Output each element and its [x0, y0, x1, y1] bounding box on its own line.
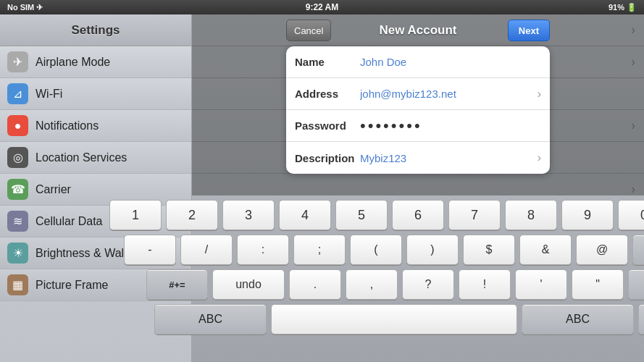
key-question[interactable]: ? [402, 269, 454, 300]
key-semicolon[interactable]: ; [293, 235, 346, 265]
password-label: Password [295, 119, 360, 132]
name-label: Name [295, 56, 360, 68]
key-0[interactable]: 0 [618, 200, 644, 230]
sidebar-item-label-carrier: Carrier [35, 183, 184, 196]
modal-title: New Account [379, 23, 456, 38]
keyboard: 1 2 3 4 5 6 7 8 9 0 ⌫ - / : ; [192, 195, 644, 342]
notifications-icon: ● [7, 115, 28, 136]
address-label: Address [295, 88, 360, 100]
key-hashplus-right[interactable]: #+= [628, 269, 644, 300]
keyboard-area: 1 2 3 4 5 6 7 8 9 0 ⌫ - / : ; [192, 195, 644, 362]
picture-frame-icon: ▦ [7, 274, 28, 295]
key-hashplus-left[interactable]: #+= [146, 269, 208, 300]
key-at[interactable]: @ [576, 235, 628, 265]
sidebar-item-airplane-mode[interactable]: ✈Airplane Mode [0, 46, 191, 78]
key-abc-right[interactable]: ABC [522, 304, 634, 334]
airplane-mode-icon: ✈ [7, 51, 28, 72]
key-slash[interactable]: / [180, 235, 233, 265]
key-dollar[interactable]: $ [463, 235, 515, 265]
sidebar-header: Settings [0, 14, 191, 46]
carrier-label: No SIM ✈ [7, 3, 43, 12]
sidebar-title: Settings [71, 23, 120, 38]
key-6[interactable]: 6 [392, 200, 444, 230]
description-input[interactable] [360, 152, 532, 164]
sidebar-item-cellular-data[interactable]: ≋Cellular Data [0, 206, 191, 237]
form-card: Name Address › Password [286, 46, 550, 174]
space-key[interactable] [271, 304, 517, 334]
cancel-button[interactable]: Cancel [286, 20, 331, 41]
key-comma[interactable]: , [346, 269, 398, 300]
key-apostrophe[interactable]: ' [515, 269, 567, 300]
sidebar-item-label-airplane-mode: Airplane Mode [35, 56, 184, 69]
key-3[interactable]: 3 [222, 200, 275, 230]
carrier-icon: ☎ [7, 179, 28, 200]
key-period[interactable]: . [289, 269, 341, 300]
keyboard-row-symbols: - / : ; ( ) $ & @ return [195, 235, 641, 265]
status-time: 9:22 AM [306, 2, 339, 12]
description-label: Description [295, 152, 360, 164]
cellular-data-icon: ≋ [7, 211, 28, 232]
sidebar-item-carrier[interactable]: ☎Carrier [0, 174, 191, 206]
wifi-icon: ⊿ [7, 83, 28, 104]
return-key[interactable]: return [632, 235, 644, 265]
key-8[interactable]: 8 [505, 200, 557, 230]
address-input[interactable] [360, 88, 532, 100]
keyboard-row-bottom: ABC ABC ⌨ [195, 304, 641, 334]
key-colon[interactable]: : [237, 235, 289, 265]
sidebar-item-label-notifications: Notifications [35, 119, 184, 132]
keyboard-row-numbers: 1 2 3 4 5 6 7 8 9 0 ⌫ [195, 200, 641, 230]
key-9[interactable]: 9 [561, 200, 614, 230]
main-content: Settings ✈Airplane Mode⊿Wi-Fi●Notificati… [0, 14, 644, 362]
location-services-icon: ◎ [7, 147, 28, 168]
key-undo[interactable]: undo [212, 269, 285, 300]
address-field-row: Address › [286, 78, 550, 110]
next-button[interactable]: Next [508, 20, 550, 41]
name-field-row: Name [286, 46, 550, 78]
brightness-wallpaper-icon: ☀ [7, 243, 28, 264]
modal-dialog: Cancel New Account Next Name Address [280, 14, 556, 174]
key-quote[interactable]: " [572, 269, 624, 300]
sidebar-item-label-wifi: Wi-Fi [35, 88, 184, 101]
description-field-row: Description › [286, 142, 550, 174]
key-dash[interactable]: - [124, 235, 176, 265]
keyboard-row-more: #+= undo . , ? ! ' " #+= [195, 269, 641, 300]
password-input[interactable] [360, 117, 550, 135]
keyboard-icon-key[interactable]: ⌨ [638, 304, 644, 334]
key-2[interactable]: 2 [166, 200, 218, 230]
key-abc-left[interactable]: ABC [154, 304, 267, 334]
sidebar-item-location-services[interactable]: ◎Location Services [0, 142, 191, 174]
sidebar-item-wifi[interactable]: ⊿Wi-Fi [0, 78, 191, 110]
key-close-paren[interactable]: ) [406, 235, 459, 265]
sidebar-item-label-location-services: Location Services [35, 151, 184, 164]
right-panel: Cancel New Account Next Name Address [192, 14, 644, 362]
key-1[interactable]: 1 [109, 200, 162, 230]
key-exclaim[interactable]: ! [459, 269, 511, 300]
key-5[interactable]: 5 [335, 200, 388, 230]
sidebar-item-notifications[interactable]: ●Notifications [0, 110, 191, 142]
description-chevron: › [538, 151, 541, 164]
name-input[interactable] [360, 56, 541, 68]
address-chevron: › [538, 88, 541, 101]
modal-navbar: Cancel New Account Next [280, 14, 556, 46]
key-4[interactable]: 4 [279, 200, 331, 230]
key-ampersand[interactable]: & [519, 235, 572, 265]
password-field-row: Password [286, 110, 550, 142]
key-7[interactable]: 7 [448, 200, 501, 230]
status-left: No SIM ✈ [7, 3, 43, 12]
status-bar: No SIM ✈ 9:22 AM 91% 🔋 [0, 0, 644, 14]
status-right: 91% 🔋 [609, 3, 637, 12]
key-open-paren[interactable]: ( [350, 235, 402, 265]
modal-overlay: Cancel New Account Next Name Address [192, 14, 644, 210]
